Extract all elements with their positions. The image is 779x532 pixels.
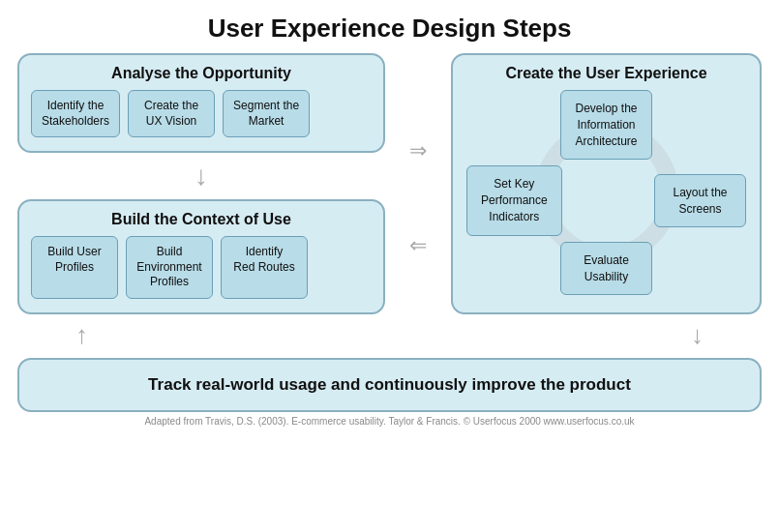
step-identify-stakeholders: Identify theStakeholders: [31, 90, 120, 137]
track-section: Track real-world usage and continuously …: [17, 358, 762, 412]
arrow-left-1: ⇐: [409, 233, 427, 258]
arrow-down-right: ↓: [691, 320, 704, 350]
step-build-user-profiles: Build UserProfiles: [31, 236, 118, 299]
footer-text: Adapted from Travis, D.S. (2003). E-comm…: [0, 416, 779, 427]
page-title: User Experience Design Steps: [0, 0, 779, 53]
arrow-right-1: ⇒: [409, 138, 427, 163]
arrow-analyse-to-context: ↓: [17, 163, 385, 190]
analyse-title: Analyse the Opportunity: [31, 65, 372, 82]
context-section: Build the Context of Use Build UserProfi…: [17, 199, 385, 314]
step-info-architecture: Develop theInformationArchitecture: [560, 90, 652, 160]
step-evaluate-usability: EvaluateUsability: [560, 242, 652, 296]
step-set-kpi: Set KeyPerformanceIndicators: [466, 165, 562, 235]
ux-title: Create the User Experience: [466, 65, 746, 82]
arrow-up-left: ↑: [75, 320, 88, 350]
ux-section: Create the User Experience: [451, 53, 762, 314]
step-build-env-profiles: BuildEnvironmentProfiles: [126, 236, 213, 299]
analyse-section: Analyse the Opportunity Identify theStak…: [17, 53, 385, 153]
arrows-to-track: ↑ ↓: [17, 320, 762, 350]
track-text: Track real-world usage and continuously …: [35, 375, 744, 395]
step-layout-screens: Layout theScreens: [654, 174, 746, 228]
step-segment-market: Segment theMarket: [223, 90, 310, 137]
step-identify-red-routes: IdentifyRed Routes: [221, 236, 308, 299]
context-title: Build the Context of Use: [31, 211, 372, 228]
mid-arrows: ⇒ ⇐: [399, 53, 437, 314]
step-create-ux-vision: Create theUX Vision: [128, 90, 215, 137]
